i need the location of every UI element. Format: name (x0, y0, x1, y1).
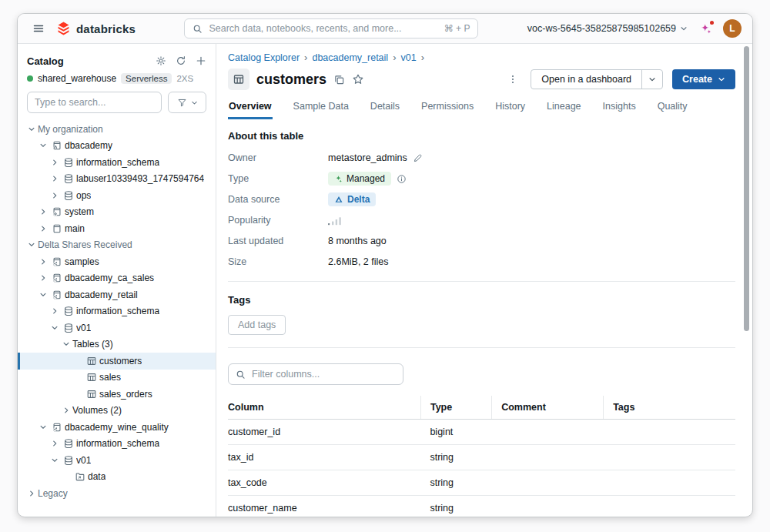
table-row[interactable]: customer_namestring (228, 496, 735, 517)
tree-item-v01[interactable]: v01 (18, 320, 216, 336)
chevron-right-icon (49, 192, 61, 199)
tree-item-label: labuser10339493_1747594764 (76, 173, 204, 184)
catalog-icon (49, 223, 65, 234)
tree-item-main[interactable]: main (18, 220, 216, 237)
databricks-wordmark: databricks (76, 22, 136, 35)
last-updated-value: 8 months ago (328, 236, 387, 246)
tree-item-dbacademy-wine-quality[interactable]: dbacademy_wine_quality (18, 419, 216, 436)
tree-item-samples[interactable]: samples (18, 253, 216, 270)
tree-item-ops[interactable]: ops (18, 187, 216, 204)
breadcrumb-link-catalog-explorer[interactable]: Catalog Explorer (228, 52, 300, 63)
catalog-share-icon (49, 273, 65, 283)
column-tags-cell (604, 420, 735, 445)
tree-item-system[interactable]: system (18, 204, 216, 221)
pencil-icon[interactable] (413, 153, 423, 163)
app-window: databricks ⌘ + P voc-ws-5645-35825875985… (17, 13, 753, 517)
assistant-sparkle-button[interactable] (695, 18, 715, 38)
tree-item-dbacademy-retail[interactable]: dbacademy_retail (18, 286, 216, 303)
column-name-cell: customer_id (228, 420, 420, 445)
table-row[interactable]: tax_idstring (228, 445, 735, 470)
tree-item-sales-orders[interactable]: sales_orders (18, 386, 216, 403)
sidebar-title: Catalog (27, 55, 156, 67)
global-search-input[interactable] (209, 23, 437, 34)
funnel-icon (177, 98, 187, 108)
catalog-sidebar: Catalog shared_warehouse Serverless (18, 44, 216, 517)
tree-item-labuser10339493-1747594764[interactable]: labuser10339493_1747594764 (18, 171, 216, 188)
divider (228, 281, 735, 282)
tree-item-my-organization[interactable]: My organization (18, 121, 216, 138)
tree-item-sales[interactable]: sales (18, 370, 216, 386)
tree-item-volumes-2[interactable]: Volumes (2) (18, 403, 216, 420)
chevron-right-icon (37, 258, 49, 266)
filter-dropdown-button[interactable] (168, 92, 206, 113)
databricks-logo[interactable]: databricks (56, 21, 136, 36)
tree-item-dbacademy[interactable]: dbacademy (18, 138, 216, 155)
page-title: customers (256, 72, 326, 88)
breadcrumb-link-v01[interactable]: v01 (400, 52, 416, 63)
column-header-comment: Comment (492, 396, 604, 420)
tab-details[interactable]: Details (370, 98, 400, 119)
tree-item-label: Tables (3) (72, 339, 113, 350)
gear-icon[interactable] (156, 55, 166, 66)
filter-columns-box[interactable] (228, 363, 403, 385)
chevron-down-icon (49, 324, 61, 332)
open-in-dashboard-label[interactable]: Open in a dashboard (531, 70, 641, 89)
tree-item-information-schema[interactable]: information_schema (18, 154, 216, 171)
tree-item-v01[interactable]: v01 (18, 452, 216, 469)
workspace-selector[interactable]: voc-ws-5645-35825875985102659 (527, 23, 688, 34)
tab-history[interactable]: History (494, 98, 526, 119)
tab-lineage[interactable]: Lineage (546, 98, 582, 119)
tree-item-legacy[interactable]: Legacy (18, 485, 216, 502)
column-type-cell: bigint (420, 420, 491, 445)
schema-icon (61, 323, 76, 333)
plus-icon[interactable] (196, 55, 206, 66)
delta-badge-label: Delta (347, 194, 370, 205)
tree-item-label: information_schema (76, 438, 159, 449)
tab-quality[interactable]: Quality (657, 98, 688, 119)
tree-item-customers[interactable]: customers (18, 353, 216, 370)
tree-item-information-schema[interactable]: information_schema (18, 436, 216, 453)
refresh-icon[interactable] (176, 55, 186, 66)
tree-item-tables-3[interactable]: Tables (3) (18, 336, 216, 353)
tab-insights[interactable]: Insights (602, 98, 637, 119)
chevron-right-icon (49, 440, 61, 447)
info-icon[interactable] (397, 174, 407, 184)
vertical-scrollbar[interactable] (744, 46, 749, 331)
column-tags-cell (604, 445, 735, 470)
tree-item-label: data (88, 471, 105, 482)
tree-item-label: information_schema (76, 306, 159, 316)
databricks-logo-icon (56, 21, 71, 36)
create-button[interactable]: Create (672, 69, 735, 89)
filter-columns-input[interactable] (252, 369, 396, 380)
sidebar-search[interactable] (27, 92, 162, 113)
tab-overview[interactable]: Overview (228, 98, 273, 119)
breadcrumb-link-dbacademy-retail[interactable]: dbacademy_retail (312, 52, 388, 63)
column-type-cell: string (420, 445, 491, 470)
star-icon[interactable] (352, 73, 364, 85)
column-comment-cell (492, 496, 604, 517)
copy-icon[interactable] (333, 74, 345, 85)
tree-item-dbacademy-ca-sales[interactable]: dbacademy_ca_sales (18, 270, 216, 287)
open-in-dashboard-chevron[interactable] (641, 70, 662, 89)
table-row[interactable]: customer_idbigint (228, 420, 735, 445)
global-search[interactable]: ⌘ + P (184, 18, 478, 38)
tree-item-delta-shares-received[interactable]: Delta Shares Received (18, 237, 216, 254)
delta-icon (334, 195, 343, 204)
tree-item-data[interactable]: data (18, 469, 216, 486)
tree-item-information-schema[interactable]: information_schema (18, 303, 216, 320)
size-value: 2.6MiB, 2 files (328, 256, 389, 267)
add-tags-button[interactable]: Add tags (228, 315, 286, 335)
kebab-menu-icon[interactable] (504, 69, 521, 89)
catalog-share-icon (49, 422, 65, 433)
tab-sample-data[interactable]: Sample Data (293, 98, 350, 119)
catalog-share-icon (49, 289, 65, 300)
chevron-down-icon (37, 423, 49, 431)
tab-permissions[interactable]: Permissions (420, 98, 474, 119)
avatar[interactable]: L (723, 19, 742, 38)
table-row[interactable]: tax_codestring (228, 470, 735, 496)
warehouse-selector[interactable]: shared_warehouse Serverless 2XS (18, 70, 216, 89)
column-name-cell: tax_code (228, 470, 420, 496)
owner-label: Owner (228, 152, 328, 163)
hamburger-menu-icon[interactable] (28, 18, 49, 38)
sidebar-search-input[interactable] (35, 97, 154, 108)
